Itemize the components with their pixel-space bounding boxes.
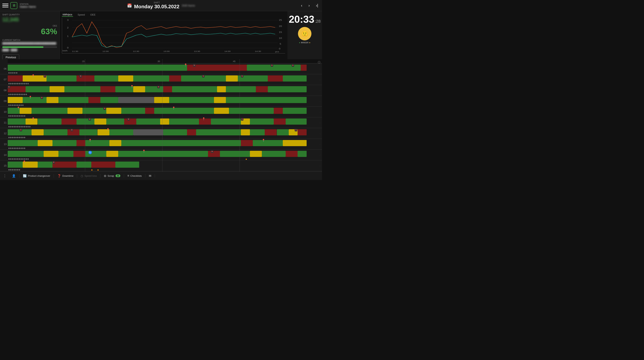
pin-icon: 📍 <box>106 128 110 131</box>
pin-icon: 📍 <box>23 160 26 163</box>
dot <box>22 105 24 106</box>
bottom-checklists-item[interactable]: ≡ Checklists <box>124 174 146 178</box>
bar-segment <box>226 97 306 103</box>
bar-segment <box>58 97 88 103</box>
dot <box>16 105 16 106</box>
bar-segment <box>250 119 274 125</box>
hour-label-07: 07 <box>0 78 8 81</box>
bottom-changeover-item[interactable]: 🔄 Product changeover <box>20 174 54 178</box>
dot <box>16 148 16 149</box>
dot <box>10 126 11 127</box>
bottom-scrap-item[interactable]: ⊖ Scrap 36 <box>100 174 124 178</box>
station-name: Station Name <box>20 5 36 8</box>
bar-segment <box>8 86 26 92</box>
shift-quantity-label: SHIFT QUANTITY <box>2 14 57 16</box>
email-icon: ✉ <box>149 174 151 178</box>
bar-segment <box>211 119 241 125</box>
three-dots-icon[interactable]: ⋮ <box>3 174 6 178</box>
dot <box>24 126 25 127</box>
nav-next-button[interactable]: › <box>307 3 311 9</box>
dot <box>10 137 11 138</box>
dot <box>12 105 13 106</box>
bar-segment <box>226 86 256 92</box>
dot <box>8 94 10 95</box>
center-panel: kWh/pcs Speed OEE 3 2 1 0 kWh 25 20 15 1… <box>60 11 288 59</box>
hour-label-14: 14 <box>0 153 8 156</box>
shift-center: 📅 SHIFT Monday 30.05.2022 Shift Name <box>127 1 195 10</box>
dot <box>22 83 24 84</box>
hour-label-09: 09 <box>0 100 8 103</box>
bar-segment <box>154 97 169 103</box>
svg-text:14:30: 14:30 <box>255 50 261 52</box>
bar-segment <box>44 129 68 135</box>
pin-icon: 📍 <box>17 107 20 110</box>
dot <box>26 126 27 127</box>
bar-segment <box>298 129 306 135</box>
tab-kwh[interactable]: kWh/pcs <box>62 13 73 17</box>
dot <box>22 137 24 138</box>
dot <box>19 169 20 170</box>
dot <box>26 158 27 160</box>
robot-mascot: 🙂 ● evocon ● <box>298 27 312 44</box>
bottom-person-item[interactable]: 👤 <box>8 174 20 178</box>
hour-label-13: 13 <box>0 143 8 146</box>
dot <box>20 94 22 95</box>
calendar-icon: 📅 <box>127 3 132 8</box>
row-bars-07: 📍 ⚑ ⚑ ⚑ ⚑ <box>8 74 306 85</box>
row-bars-06: 📍 ⚑ ⚑ ⚑ <box>8 64 306 74</box>
right-panel: 20:33 :28 🙂 ● evocon ● <box>288 11 322 65</box>
bar-segment <box>172 86 217 92</box>
pin-icon: 📍 <box>130 85 134 88</box>
dot <box>8 126 10 127</box>
bar-segment <box>76 140 86 146</box>
bar-segment <box>106 151 118 157</box>
flag-icon: ⚑ <box>52 161 55 164</box>
flag-icon: ⚑ <box>70 129 73 131</box>
checklists-label: Checklists <box>130 174 142 177</box>
bar-segment <box>226 75 238 82</box>
svg-text:3: 3 <box>67 19 69 21</box>
dot <box>12 169 13 170</box>
bar-segment <box>136 119 160 125</box>
bar-segment <box>8 97 23 103</box>
dot <box>24 148 25 149</box>
bar-segment <box>133 86 145 92</box>
dot <box>19 148 20 149</box>
bar-segment <box>8 140 38 146</box>
dot <box>28 83 29 84</box>
pin-icon: 📍 <box>32 117 35 120</box>
nav-last-button[interactable]: ›| <box>314 3 320 9</box>
dot <box>8 105 10 106</box>
flag-icon: ⚑ <box>44 75 46 78</box>
tab-oee[interactable]: OEE <box>90 13 96 17</box>
dot <box>24 94 25 95</box>
evocon-label: ● evocon ● <box>298 41 312 44</box>
chart-svg: 3 2 1 0 kWh 25 20 15 10 5 0 pcs 11:30 12… <box>62 18 285 53</box>
speed-loss-icon: ◷ <box>80 174 83 178</box>
dot <box>17 169 18 170</box>
dot <box>24 115 25 117</box>
chart-tabs: kWh/pcs Speed OEE <box>62 13 96 17</box>
hour-row-11: 11 <box>0 117 322 128</box>
menu-icon[interactable] <box>2 3 8 9</box>
svg-text:14:00: 14:00 <box>224 50 230 52</box>
row-bars-09: 📍 ⚑ <box>8 96 306 106</box>
bottom-speed-loss-item[interactable]: ◷ Speed loss <box>77 174 100 178</box>
refresh-icon: ↻ <box>88 151 92 154</box>
dot <box>12 137 13 138</box>
bar-segment <box>52 162 76 168</box>
bottom-downtime-item[interactable]: ❓ Downtime <box>54 174 77 178</box>
tab-speed[interactable]: Speed <box>77 13 86 17</box>
bar-segment <box>253 140 283 146</box>
dot <box>20 158 22 160</box>
nav-prev-button[interactable]: ‹ <box>300 3 304 9</box>
svg-text:12:00: 12:00 <box>102 50 108 52</box>
bottom-email-item[interactable]: ✉ <box>145 174 155 178</box>
dot <box>17 126 18 127</box>
bar-segment <box>46 97 58 103</box>
bar-segment <box>163 86 172 92</box>
bar-segment <box>286 119 306 125</box>
chart-area: 3 2 1 0 kWh 25 20 15 10 5 0 pcs 11:30 12… <box>62 18 285 54</box>
dot <box>14 137 15 138</box>
bar-segment <box>262 151 286 157</box>
